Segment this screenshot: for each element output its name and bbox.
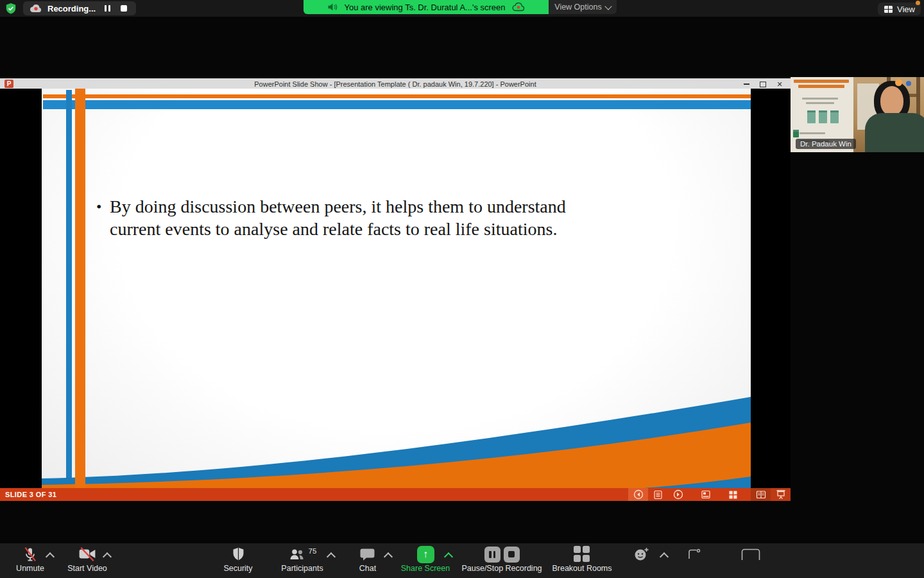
view-label: View	[897, 4, 915, 14]
slide-left-orange-bar	[75, 89, 85, 488]
meeting-toolbar: Unmute Start Video Security	[0, 543, 924, 578]
pause-recording-toolbar-icon[interactable]	[484, 547, 501, 563]
zoom-meeting-screen: Recording... You are viewing Ts. Dr. Dur…	[0, 0, 924, 578]
previous-slide-button[interactable]	[628, 488, 648, 501]
cloud-recording-badge-icon	[512, 3, 525, 12]
reactions-icon[interactable]	[634, 547, 649, 561]
slide-bullet-text: • By doing discussion between peers, it …	[96, 195, 648, 240]
powerpoint-title-bar: P PowerPoint Slide Show - [Presentation …	[0, 77, 791, 90]
bullet-line-2: current events to analyse and relate fac…	[110, 219, 557, 239]
security-button[interactable]: Security	[217, 543, 259, 578]
pause-recording-icon[interactable]	[105, 5, 110, 12]
slideshow-toolbar	[628, 488, 791, 501]
slide-bottom-waves	[42, 89, 751, 488]
pause-stop-recording-label: Pause/Stop Recording	[461, 564, 542, 573]
slide-number-indicator: SLIDE 3 OF 31	[0, 491, 56, 498]
participants-count: 75	[309, 547, 317, 555]
unmute-label: Unmute	[16, 564, 44, 573]
reactions-options-caret[interactable]	[660, 552, 669, 561]
start-video-button[interactable]: Start Video	[62, 543, 113, 578]
participant-name-tag: Dr. Padauk Win	[796, 139, 856, 149]
chat-label: Chat	[359, 564, 376, 573]
chevron-down-icon	[604, 3, 612, 10]
recording-indicator[interactable]: Recording...	[23, 1, 136, 15]
gallery-view-icon	[884, 5, 893, 13]
share-banner-text: You are viewing Ts. Dr. Duratul A...'s s…	[344, 3, 505, 12]
participants-label: Participants	[281, 564, 323, 573]
camera-off-icon	[78, 547, 96, 562]
stop-recording-toolbar-icon[interactable]	[504, 547, 520, 563]
chat-button[interactable]: Chat	[350, 543, 386, 578]
view-options-button[interactable]: View Options	[549, 0, 617, 14]
breakout-rooms-button[interactable]: Breakout Rooms	[547, 543, 617, 578]
powerpoint-status-bar: SLIDE 3 OF 31	[0, 488, 791, 501]
reading-view-button[interactable]	[751, 488, 771, 501]
conference-logo2-icon	[906, 81, 911, 86]
speaker-icon	[327, 3, 338, 12]
menu-button[interactable]	[648, 488, 668, 501]
security-shield-icon	[5, 3, 17, 14]
breakout-rooms-label: Breakout Rooms	[552, 564, 612, 573]
participant-video-tile[interactable]: Dr. Padauk Win	[791, 77, 924, 152]
screen-share-banner: You are viewing Ts. Dr. Duratul A...'s s…	[304, 0, 549, 14]
apps-icon[interactable]	[688, 548, 705, 560]
notes-button[interactable]	[696, 488, 715, 501]
projector-button[interactable]	[771, 488, 791, 501]
bullet-glyph: •	[96, 195, 110, 240]
view-button[interactable]: View	[878, 3, 921, 15]
recording-label: Recording...	[47, 4, 96, 13]
view-options-label: View Options	[554, 3, 601, 12]
bullet-line-1: By doing discussion between peers, it he…	[110, 197, 566, 216]
chat-bubble-icon	[359, 547, 376, 562]
participants-button[interactable]: 75 Participants	[275, 543, 330, 578]
unmute-button[interactable]: Unmute	[9, 543, 51, 578]
stop-recording-icon[interactable]	[121, 5, 127, 12]
pause-stop-recording-button[interactable]: Pause/Stop Recording	[457, 543, 547, 578]
window-title: PowerPoint Slide Show - [Presentation Te…	[0, 80, 791, 88]
notification-dot	[916, 1, 920, 5]
share-screen-label: Share Screen	[401, 564, 450, 573]
participants-icon	[288, 547, 307, 562]
slide[interactable]: • By doing discussion between peers, it …	[42, 89, 751, 488]
breakout-rooms-icon	[574, 546, 590, 563]
shield-icon	[231, 547, 246, 562]
share-screen-icon: ↑	[417, 546, 434, 563]
security-label: Security	[223, 564, 252, 573]
next-slide-button[interactable]	[668, 488, 688, 501]
whiteboard-icon[interactable]	[741, 548, 760, 560]
cloud-recording-icon	[30, 4, 42, 13]
share-screen-button[interactable]: ↑ Share Screen	[398, 543, 453, 578]
menu-bar: Recording... You are viewing Ts. Dr. Dur…	[0, 0, 924, 17]
start-video-label: Start Video	[67, 564, 107, 573]
conference-logo-icon	[895, 79, 902, 86]
slide-sorter-button[interactable]	[723, 488, 743, 501]
slide-viewport: • By doing discussion between peers, it …	[0, 89, 791, 488]
microphone-muted-icon	[22, 546, 38, 563]
